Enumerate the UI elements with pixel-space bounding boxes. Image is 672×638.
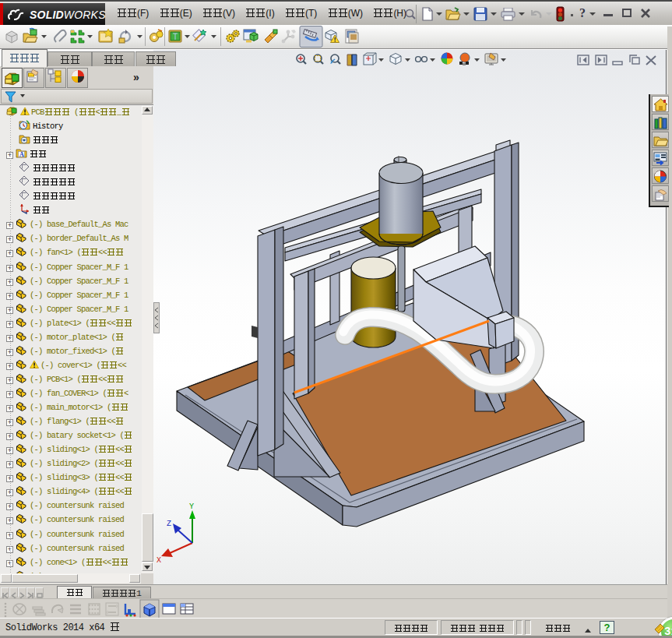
svg-text:X: X — [157, 556, 161, 565]
svg-text:Y: Y — [189, 502, 194, 511]
svg-text:Z: Z — [167, 520, 171, 528]
